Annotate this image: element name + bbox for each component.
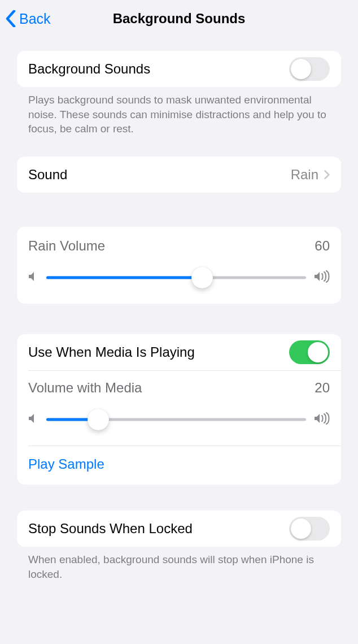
- chevron-right-icon: [324, 170, 330, 180]
- stop-when-locked-label: Stop Sounds When Locked: [28, 521, 193, 537]
- rain-volume-block: Rain Volume 60: [17, 227, 341, 304]
- row-sound[interactable]: Sound Rain: [17, 157, 341, 193]
- toggle-knob: [291, 518, 311, 539]
- stop-when-locked-toggle[interactable]: [289, 517, 330, 541]
- slider-fill: [46, 276, 202, 279]
- rain-volume-label: Rain Volume: [28, 238, 105, 254]
- speaker-max-icon: [314, 270, 330, 285]
- media-volume-slider[interactable]: [46, 408, 306, 431]
- row-stop-when-locked[interactable]: Stop Sounds When Locked: [17, 511, 341, 547]
- slider-thumb: [191, 267, 213, 288]
- play-sample-button[interactable]: Play Sample: [17, 446, 341, 485]
- back-button[interactable]: Back: [6, 0, 51, 37]
- navbar: Back Background Sounds: [0, 0, 358, 37]
- page-title: Background Sounds: [113, 11, 246, 27]
- lock-footer: When enabled, background sounds will sto…: [17, 547, 341, 581]
- speaker-min-icon: [28, 271, 38, 284]
- group-sound: Sound Rain: [17, 157, 341, 193]
- media-volume-label: Volume with Media: [28, 380, 142, 396]
- sound-value-wrap: Rain: [291, 167, 330, 183]
- back-label: Back: [19, 11, 51, 27]
- background-sounds-label: Background Sounds: [28, 61, 150, 77]
- row-background-sounds[interactable]: Background Sounds: [17, 51, 341, 87]
- group-lock: Stop Sounds When Locked: [17, 511, 341, 547]
- use-when-media-label: Use When Media Is Playing: [28, 344, 195, 360]
- speaker-max-icon: [314, 412, 330, 427]
- rain-volume-slider[interactable]: [46, 266, 306, 289]
- background-sounds-toggle[interactable]: [289, 57, 330, 81]
- slider-thumb: [88, 409, 109, 430]
- chevron-left-icon: [6, 10, 16, 27]
- toggle-knob: [291, 59, 311, 79]
- group-rain-volume: Rain Volume 60: [17, 227, 341, 304]
- speaker-min-icon: [28, 413, 38, 426]
- group-media: Use When Media Is Playing Volume with Me…: [17, 334, 341, 485]
- group-main-toggle: Background Sounds: [17, 51, 341, 87]
- background-sounds-footer: Plays background sounds to mask unwanted…: [17, 87, 341, 136]
- media-volume-block: Volume with Media 20: [17, 371, 341, 446]
- toggle-knob: [308, 342, 328, 362]
- sound-value: Rain: [291, 167, 318, 183]
- sound-label: Sound: [28, 167, 67, 183]
- row-use-when-media[interactable]: Use When Media Is Playing: [17, 334, 341, 370]
- media-volume-value: 20: [315, 380, 330, 396]
- rain-volume-value: 60: [315, 238, 330, 254]
- use-when-media-toggle[interactable]: [289, 340, 330, 364]
